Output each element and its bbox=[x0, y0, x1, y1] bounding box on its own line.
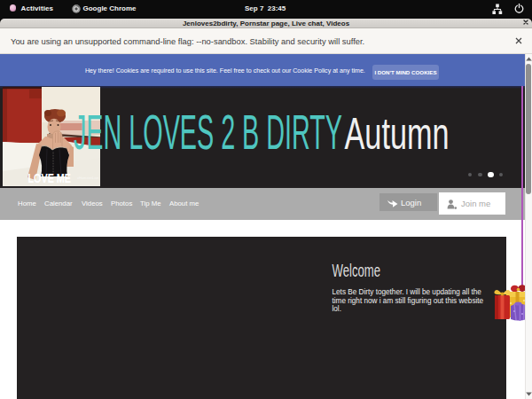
svg-text:Autumn: Autumn bbox=[345, 109, 450, 159]
svg-text:Welcome: Welcome bbox=[332, 260, 381, 280]
svg-text:JEN LOVES 2 B DIRTY: JEN LOVES 2 B DIRTY bbox=[74, 104, 342, 160]
